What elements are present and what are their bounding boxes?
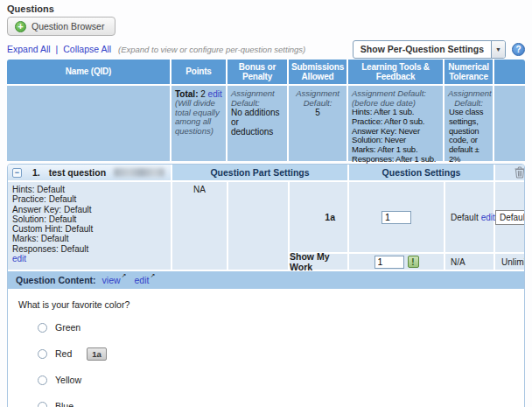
part-bonus-value: Default: [451, 213, 479, 222]
question-browser-button[interactable]: + Question Browser: [7, 17, 116, 36]
question-number: 1.: [32, 167, 40, 178]
part-submissions-cell: Default ▼: [495, 182, 525, 252]
tolerance-default-value: Use class settings, question code, or de…: [448, 108, 489, 165]
bonus-default-value: No additions or deductions: [231, 108, 284, 137]
points-note: (Will divide total equally among all que…: [175, 99, 222, 136]
submissions-default-value: 5: [292, 108, 343, 117]
column-header-points: Points: [172, 60, 226, 84]
question-content-preview: What is your favorite color? Green Red 1…: [8, 291, 525, 407]
question-tolerance-cell: NA: [172, 182, 227, 270]
chevron-down-icon[interactable]: ▼: [491, 41, 505, 58]
part-points-input[interactable]: [382, 211, 411, 224]
option-label: Yellow: [55, 375, 81, 385]
help-icon[interactable]: ?: [512, 43, 525, 56]
bonus-default-label: Assignment Default:: [231, 89, 284, 108]
show-my-work-points-cell: !: [349, 254, 444, 270]
expand-hint-text: (Expand to view or configure per-questio…: [118, 45, 305, 54]
assignment-editor-page: Questions + Question Browser Expand All …: [0, 0, 532, 407]
question-setting-line: Marks: Default: [12, 234, 166, 243]
question-browser-label: Question Browser: [32, 21, 104, 32]
question-setting-line: Custom Hint: Default: [12, 224, 166, 234]
question-actions-spacer: [228, 182, 288, 270]
question-part-settings-header: Question Part Settings: [172, 165, 347, 180]
question-setting-line: Hints: Default: [12, 185, 166, 194]
learning-default-line: Practice: After 0 sub.: [352, 117, 439, 127]
question-name: test question: [49, 167, 106, 178]
question-panel: − 1. test question Question Part Setting…: [7, 164, 525, 407]
defaults-submissions-cell: Assignment Default: 5: [289, 86, 346, 161]
part-points-cell: [349, 182, 444, 252]
expand-all-link[interactable]: Expand All: [7, 44, 51, 54]
external-link-icon: ↗: [150, 272, 155, 279]
question-title-row: − 1. test question: [8, 165, 171, 180]
part-badge-1a[interactable]: 1a: [87, 347, 107, 361]
column-header-submissions: Submissions Allowed: [289, 60, 346, 84]
question-setting-line: Solution: Default: [12, 214, 166, 224]
alert-icon[interactable]: !: [408, 256, 419, 268]
question-qid-redacted: [114, 168, 164, 177]
column-header-learning-tools: Learning Tools & Feedback: [348, 60, 443, 84]
question-settings-header: Question Settings: [349, 165, 494, 180]
part-submissions-select[interactable]: Default ▼: [495, 210, 525, 225]
question-prompt: What is your favorite color?: [18, 299, 525, 310]
option-label: Red: [55, 348, 72, 359]
question-setting-line: Practice: Default: [12, 194, 166, 204]
trash-icon: [514, 166, 525, 179]
per-question-settings-label: Show Per-Question Settings: [354, 41, 491, 58]
option-label: Green: [55, 322, 80, 333]
show-my-work-label: Show My Work: [290, 254, 347, 270]
toolbar: Expand All | Collapse All (Expand to vie…: [0, 39, 532, 60]
answer-option-row: Yellow: [18, 367, 525, 393]
part-label-cell: 1a: [290, 182, 347, 252]
option-label: Blue: [55, 401, 74, 407]
show-my-work-points-input[interactable]: [374, 256, 404, 269]
link-separator: |: [56, 44, 59, 54]
defaults-tolerance-cell: Assignment Default: Use class settings, …: [444, 86, 493, 161]
assignment-defaults-table: Name (QID) Points Bonus or Penalty Submi…: [7, 60, 525, 161]
page-title: Questions: [7, 4, 525, 14]
question-content-edit-link[interactable]: edit: [134, 275, 149, 285]
learning-default-label: Assignment Default:: [352, 89, 439, 99]
part-bonus-cell: Default edit: [445, 182, 494, 252]
submissions-default-label: Assignment Default:: [292, 89, 343, 108]
collapse-question-toggle[interactable]: −: [12, 168, 22, 178]
defaults-learning-cell: Assignment Default: (before due date) Hi…: [348, 86, 443, 161]
question-setting-line: Responses: Default: [12, 244, 166, 254]
part-submissions-selected: Default: [496, 211, 525, 224]
column-header-actions: [494, 60, 525, 84]
column-header-bonus: Bonus or Penalty: [228, 60, 287, 84]
show-my-work-submissions-cell: Unlimited: [495, 254, 525, 270]
show-my-work-bonus-cell: N/A: [445, 254, 494, 270]
external-link-icon: ↗: [122, 272, 127, 279]
column-header-tolerance: Numerical Tolerance: [444, 60, 493, 84]
question-content-view-link[interactable]: view: [102, 275, 121, 285]
delete-question-button[interactable]: [514, 166, 525, 179]
question-setting-line: Answer Key: Default: [12, 205, 166, 214]
defaults-bonus-cell: Assignment Default: No additions or dedu…: [228, 86, 287, 161]
per-question-settings-dropdown[interactable]: Show Per-Question Settings ▼: [353, 40, 506, 59]
question-settings-edit-link[interactable]: edit: [12, 254, 26, 263]
radio-blue[interactable]: [38, 402, 47, 407]
part-bonus-edit-link[interactable]: edit: [481, 213, 495, 222]
defaults-points-cell: Total: 2 edit (Will divide total equally…: [172, 86, 226, 161]
defaults-name-cell: [7, 86, 170, 161]
answer-option-row: Green: [18, 314, 525, 340]
tolerance-default-label: Assignment Default:: [448, 89, 489, 108]
question-actions-cell: [495, 165, 525, 180]
column-header-name: Name (QID): [7, 60, 170, 84]
question-content-bar: Question Content: view ↗ edit ↗: [8, 271, 525, 289]
learning-default-line: Responses: After 1 sub.: [352, 155, 439, 165]
collapse-all-link[interactable]: Collapse All: [63, 44, 111, 54]
plus-icon: +: [15, 21, 26, 32]
question-settings-cell: Hints: Default Practice: Default Answer …: [8, 182, 171, 270]
answer-option-row: Red 1a: [18, 340, 525, 367]
answer-option-row: Blue: [18, 393, 525, 407]
defaults-actions-cell: [494, 86, 525, 161]
radio-red[interactable]: [38, 349, 47, 359]
radio-green[interactable]: [38, 323, 47, 333]
question-content-label: Question Content:: [16, 275, 96, 285]
radio-yellow[interactable]: [38, 375, 47, 385]
